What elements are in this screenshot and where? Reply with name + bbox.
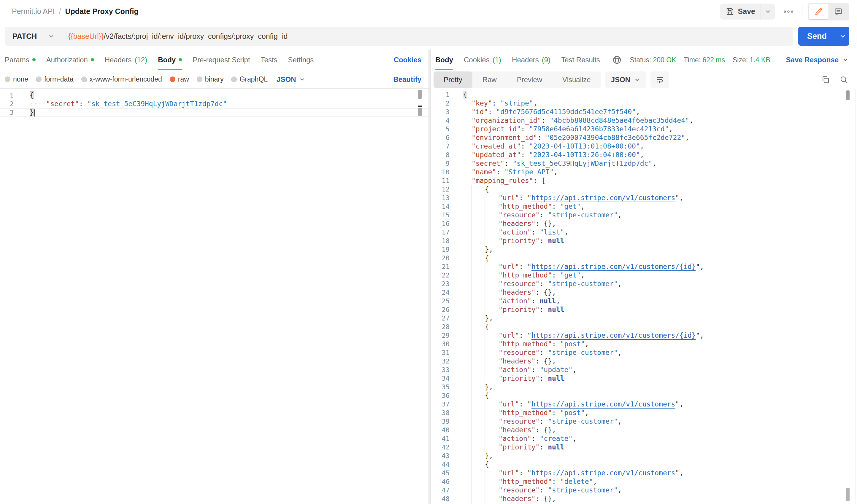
body-language-select[interactable]: JSON [276,75,305,84]
code-line-8[interactable]: 8"updated_at": "2023-04-10T13:26:04+00:0… [431,151,857,159]
code-line-46[interactable]: 46"http_method": "delete", [431,477,857,486]
code-line-34[interactable]: 34"priority": null [431,374,857,383]
breadcrumb-collection[interactable]: Permit.io API [12,7,55,16]
send-button[interactable]: Send [798,27,849,46]
code-line-15[interactable]: 15"resource": "stripe-customer", [431,211,857,220]
copy-response-button[interactable] [819,73,833,87]
code-line-39[interactable]: 39"resource": "stripe-customer", [431,417,857,426]
code-line-10[interactable]: 10"name": "Stripe API", [431,168,857,176]
code-line-1[interactable]: 1{ [0,91,428,100]
body-mode-raw[interactable]: raw [170,75,189,83]
code-line-24[interactable]: 24"headers": {}, [431,288,857,297]
code-line-5[interactable]: 5"project_id": "7958e64e6a614236b7833e14… [431,125,857,134]
code-line-48[interactable]: 48"headers": {}, [431,494,857,503]
code-line-4[interactable]: 4"organization_id": "4bcbb8088cd848e5ae4… [431,116,857,125]
code-line-3[interactable]: 3"id": "d9fe75676d5c41159ddc541ee7f5f540… [431,108,857,116]
body-mode-form-data[interactable]: form-data [36,75,73,83]
request-tab-params[interactable]: Params [5,50,36,70]
request-body-editor[interactable]: 1{2····"secret": "sk_test_5eC39HqLyjWDar… [0,89,428,504]
code-line-23[interactable]: 23"resource": "stripe-customer", [431,280,857,288]
comments-button[interactable] [828,4,848,19]
code-line-28[interactable]: 28{ [431,323,857,331]
code-line-32[interactable]: 32"headers": {}, [431,357,857,366]
code-line-44[interactable]: 44{ [431,460,857,469]
code-line-3[interactable]: 3} [0,108,428,117]
code-line-12[interactable]: 12{ [431,185,857,194]
code-line-45[interactable]: 45"url": "https://api.stripe.com/v1/cust… [431,469,857,477]
code-line-13[interactable]: 13"url": "https://api.stripe.com/v1/cust… [431,194,857,202]
response-tab-body[interactable]: Body [435,50,453,70]
code-line-9[interactable]: 9"secret": "sk_test_5eC39HqLyjWDarjtT1zd… [431,159,857,168]
response-tab-cookies[interactable]: Cookies(1) [464,50,501,70]
request-tab-pre-request-script[interactable]: Pre-request Script [192,50,250,70]
more-actions-button[interactable] [780,3,797,20]
code-line-38[interactable]: 38"http_method": "post", [431,409,857,417]
save-button[interactable]: Save [720,3,775,20]
request-editor-scrollbar[interactable] [418,89,422,503]
code-line-41[interactable]: 41"action": "create", [431,434,857,443]
code-line-36[interactable]: 36{ [431,392,857,400]
request-tab-settings[interactable]: Settings [288,50,314,70]
edit-mode-button[interactable] [809,4,828,19]
response-pane: BodyCookies(1)Headers(9)Test Results Sta… [431,50,857,504]
send-button-label-area[interactable]: Send [798,27,836,46]
response-body-editor[interactable]: 1{2"key": "stripe",3"id": "d9fe75676d5c4… [431,89,857,504]
body-mode-radios: noneform-datax-www-form-urlencodedrawbin… [5,75,275,83]
send-menu-button[interactable] [836,27,849,46]
body-mode-x-www-form-urlencoded[interactable]: x-www-form-urlencoded [81,75,162,83]
code-line-40[interactable]: 40"headers": {}, [431,426,857,434]
body-mode-graphql[interactable]: GraphQL [231,75,268,83]
body-mode-none[interactable]: none [5,75,28,83]
search-response-button[interactable] [837,73,851,87]
code-line-26[interactable]: 26"priority": null [431,306,857,314]
code-line-22[interactable]: 22"http_method": "get", [431,271,857,280]
code-line-19[interactable]: 19}, [431,245,857,254]
url-input[interactable]: {{baseUrl}}/v2/facts/:proj_id/:env_id/pr… [61,27,793,46]
request-tab-authorization[interactable]: Authorization [46,50,94,70]
code-line-18[interactable]: 18"priority": null [431,237,857,245]
body-mode-binary[interactable]: binary [197,75,224,83]
request-tab-headers[interactable]: Headers(12) [105,50,147,70]
code-line-25[interactable]: 25"action": null, [431,297,857,306]
response-tab-test-results[interactable]: Test Results [561,50,600,70]
code-line-43[interactable]: 43}, [431,452,857,460]
beautify-link[interactable]: Beautify [393,75,421,84]
code-line-2[interactable]: 2"key": "stripe", [431,99,857,108]
code-line-47[interactable]: 47"resource": "stripe-customer", [431,486,857,494]
code-line-1[interactable]: 1{ [431,90,857,99]
code-line-35[interactable]: 35}, [431,383,857,392]
view-raw[interactable]: Raw [472,71,507,88]
code-line-14[interactable]: 14"http_method": "get", [431,202,857,211]
view-pretty[interactable]: Pretty [434,71,472,88]
globe-icon[interactable] [611,53,622,67]
code-line-20[interactable]: 20{ [431,254,857,262]
request-tab-tests[interactable]: Tests [261,50,278,70]
view-visualize[interactable]: Visualize [552,71,601,88]
method-select[interactable]: PATCH [5,27,61,46]
code-line-31[interactable]: 31"resource": "stripe-customer", [431,348,857,357]
code-line-11[interactable]: 11"mapping_rules": [ [431,176,857,185]
code-line-17[interactable]: 17"action": "list", [431,228,857,237]
pane-resize-handle[interactable] [428,50,431,504]
response-tab-headers[interactable]: Headers(9) [512,50,551,70]
code-line-21[interactable]: 21"url": "https://api.stripe.com/v1/cust… [431,262,857,271]
code-line-7[interactable]: 7"created_at": "2023-04-10T13:01:08+00:0… [431,142,857,151]
code-line-42[interactable]: 42"priority": null [431,443,857,452]
code-line-6[interactable]: 6"environment_id": "05e2000743904cb88fc3… [431,134,857,142]
code-line-27[interactable]: 27}, [431,314,857,323]
code-line-33[interactable]: 33"action": "update", [431,366,857,374]
view-preview[interactable]: Preview [507,71,552,88]
cookies-link[interactable]: Cookies [394,56,421,64]
code-line-29[interactable]: 29"url": "https://api.stripe.com/v1/cust… [431,331,857,340]
save-menu-button[interactable] [760,3,775,20]
request-tab-body[interactable]: Body [158,50,182,70]
save-response-button[interactable]: Save Response [786,56,849,64]
code-line-16[interactable]: 16"headers": {}, [431,220,857,228]
code-line-30[interactable]: 30"http_method": "post", [431,340,857,348]
code-line-2[interactable]: 2····"secret": "sk_test_5eC39HqLyjWDarjt… [0,100,428,108]
response-editor-scrollbar[interactable] [846,90,850,503]
wrap-lines-button[interactable] [651,71,669,88]
code-line-37[interactable]: 37"url": "https://api.stripe.com/v1/cust… [431,400,857,409]
save-button-main[interactable]: Save [720,7,760,16]
response-language-select[interactable]: JSON [605,71,646,88]
